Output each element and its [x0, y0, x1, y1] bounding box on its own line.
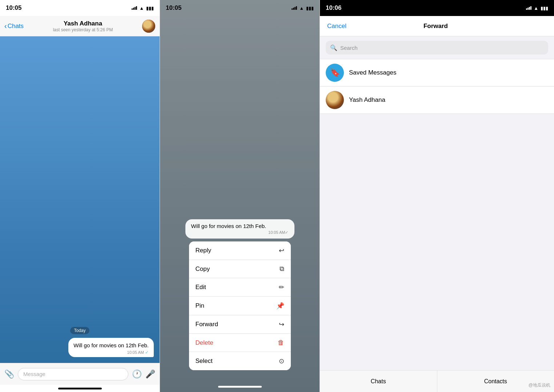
search-placeholder: Search: [340, 45, 358, 51]
date-badge: Today: [70, 327, 89, 334]
message-input[interactable]: Message: [18, 368, 128, 380]
message-preview: Will go for movies on 12th Feb. 10:05 AM…: [185, 219, 294, 239]
menu-label-copy: Copy: [196, 265, 210, 273]
wifi-icon-1: ▲: [139, 5, 144, 11]
mic-icon[interactable]: 🎤: [145, 369, 155, 379]
status-icons-1: ▲ ▮▮▮: [132, 5, 154, 11]
edit-icon: ✏: [279, 283, 284, 291]
emoji-icon[interactable]: 🕐: [132, 369, 142, 379]
menu-label-reply: Reply: [196, 247, 211, 254]
status-bar-3: 10:06 ▲ ▮▮▮: [320, 0, 554, 16]
message-placeholder: Message: [23, 371, 45, 377]
contact-name: Yash Adhana: [64, 20, 102, 27]
search-icon: 🔍: [330, 44, 337, 51]
forward-panel: 10:06 ▲ ▮▮▮ Cancel Forward 🔍 Search 🔖 Sa…: [320, 0, 554, 392]
message-bubble[interactable]: Will go for movies on 12th Feb. 10:05 AM…: [68, 338, 154, 357]
message-meta: 10:05 AM ✓: [73, 350, 149, 355]
status-time-1: 10:05: [6, 4, 21, 12]
avatar[interactable]: [142, 20, 155, 33]
wifi-icon-3: ▲: [534, 5, 538, 11]
bookmark-icon: 🔖: [330, 68, 340, 77]
message-text: Will go for movies on 12th Feb.: [73, 342, 149, 348]
message-tick-icon: ✓: [145, 350, 149, 355]
forward-item-saved[interactable]: 🔖 Saved Messages: [320, 59, 554, 87]
avatar-image: [142, 20, 155, 33]
preview-meta: 10:05 AM✓: [191, 230, 289, 235]
saved-messages-name: Saved Messages: [349, 69, 396, 76]
menu-item-copy[interactable]: Copy ⧉: [189, 260, 291, 278]
cancel-button[interactable]: Cancel: [327, 23, 346, 30]
menu-item-pin[interactable]: Pin 📌: [189, 297, 291, 315]
menu-item-forward[interactable]: Forward ↪: [189, 315, 291, 334]
watermark-text: @地瓜说机: [529, 383, 550, 388]
forward-icon: ↪: [279, 320, 284, 328]
menu-label-edit: Edit: [196, 284, 206, 291]
tab-contacts-label: Contacts: [484, 378, 507, 385]
pin-icon: 📌: [276, 302, 284, 310]
attachment-icon[interactable]: 📎: [4, 369, 14, 379]
select-icon: ⊙: [279, 357, 284, 365]
signal-icon-1: [132, 6, 137, 10]
preview-time: 10:05 AM✓: [268, 230, 288, 235]
context-menu-panel: 10:05 ▲ ▮▮▮ Will go for movies on 12th F…: [160, 0, 320, 392]
forward-title: Forward: [423, 23, 448, 30]
home-indicator-1: [0, 385, 160, 392]
menu-item-select[interactable]: Select ⊙: [189, 352, 291, 370]
menu-label-select: Select: [196, 357, 213, 365]
menu-label-forward: Forward: [196, 321, 218, 328]
search-bar[interactable]: 🔍 Search: [326, 41, 548, 55]
reply-icon: ↩: [279, 247, 284, 255]
contact-status: last seen yesterday at 5:26 PM: [53, 27, 113, 32]
chat-header-center: Yash Adhana last seen yesterday at 5:26 …: [27, 20, 139, 32]
preview-text: Will go for movies on 12th Feb.: [191, 223, 266, 229]
tab-chats[interactable]: Chats: [320, 371, 437, 392]
menu-item-delete[interactable]: Delete 🗑: [189, 334, 291, 352]
tab-bar: Chats Contacts: [320, 370, 554, 392]
menu-label-delete: Delete: [196, 339, 213, 347]
watermark: @地瓜说机: [529, 381, 550, 388]
forward-list: 🔖 Saved Messages Yash Adhana: [320, 59, 554, 114]
chat-input-bar: 📎 Message 🕐 🎤: [0, 363, 160, 385]
forward-header: Cancel Forward: [320, 16, 554, 36]
forward-item-yash[interactable]: Yash Adhana: [320, 87, 554, 113]
yash-name: Yash Adhana: [349, 96, 385, 104]
tab-chats-label: Chats: [371, 378, 386, 385]
status-icons-3: ▲ ▮▮▮: [526, 5, 548, 11]
status-time-3: 10:06: [326, 4, 341, 12]
back-chevron-icon: ‹: [4, 22, 7, 30]
yash-avatar: [326, 91, 344, 109]
message-time: 10:05 AM: [127, 350, 144, 355]
context-menu: Reply ↩ Copy ⧉ Edit ✏ Pin 📌 Forward ↪ De…: [189, 241, 291, 370]
delete-icon: 🗑: [278, 339, 284, 347]
battery-icon-1: ▮▮▮: [146, 5, 154, 11]
menu-item-edit[interactable]: Edit ✏: [189, 278, 291, 297]
status-bar-1: 10:05 ▲ ▮▮▮: [0, 0, 160, 16]
home-indicator-2: [160, 381, 320, 392]
menu-item-reply[interactable]: Reply ↩: [189, 241, 291, 260]
chat-header: ‹ Chats Yash Adhana last seen yesterday …: [0, 16, 160, 36]
home-bar-2: [218, 386, 262, 388]
home-bar-1: [58, 388, 102, 389]
chat-body: Today Will go for movies on 12th Feb. 10…: [0, 36, 160, 363]
menu-label-pin: Pin: [196, 302, 205, 309]
chat-panel: 10:05 ▲ ▮▮▮ ‹ Chats Yash Adhana last see…: [0, 0, 160, 392]
back-label[interactable]: Chats: [8, 23, 24, 30]
battery-icon-3: ▮▮▮: [541, 5, 548, 11]
back-button[interactable]: ‹ Chats: [4, 22, 24, 30]
copy-icon: ⧉: [280, 265, 284, 273]
saved-messages-avatar: 🔖: [326, 64, 344, 82]
context-overlay: Will go for movies on 12th Feb. 10:05 AM…: [160, 0, 320, 392]
signal-icon-3: [526, 6, 531, 10]
